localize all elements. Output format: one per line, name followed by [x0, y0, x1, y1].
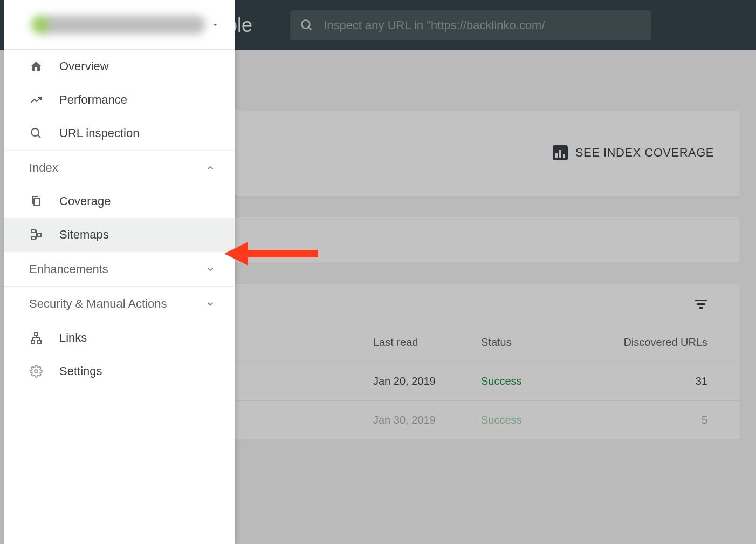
chevron-down-icon	[211, 21, 219, 29]
sidebar-item-label: Coverage	[59, 194, 111, 208]
search-icon	[300, 18, 314, 32]
section-label: Enhancements	[29, 262, 108, 276]
svg-rect-7	[38, 233, 41, 236]
sidebar-item-label: Sitemaps	[59, 228, 109, 242]
property-selector[interactable]	[4, 0, 235, 50]
cell-discovered: 31	[589, 375, 707, 387]
cell-discovered: 5	[589, 414, 707, 426]
sidebar-item-overview[interactable]: Overview	[4, 50, 235, 83]
url-inspect-search[interactable]	[290, 10, 651, 40]
svg-point-2	[31, 128, 39, 136]
svg-rect-8	[35, 332, 38, 335]
chevron-down-icon	[205, 299, 215, 309]
section-security[interactable]: Security & Manual Actions	[4, 286, 235, 321]
sidebar-item-sitemaps[interactable]: Sitemaps	[4, 218, 235, 251]
search-icon	[29, 127, 43, 140]
sidebar-item-coverage[interactable]: Coverage	[4, 185, 235, 218]
svg-point-11	[35, 370, 38, 373]
filter-icon[interactable]	[695, 300, 707, 309]
col-last-read: Last read	[373, 336, 481, 349]
sidebar-item-performance[interactable]: Performance	[4, 83, 235, 117]
sidebar-item-label: Links	[59, 331, 87, 345]
svg-line-1	[308, 27, 311, 30]
col-discovered: Discovered URLs	[589, 336, 707, 349]
links-tree-icon	[29, 331, 43, 344]
cell-last-read: Jan 30, 2019	[373, 414, 481, 426]
bar-chart-icon	[553, 145, 568, 160]
chevron-down-icon	[205, 264, 215, 274]
section-enhancements[interactable]: Enhancements	[4, 251, 235, 286]
chevron-up-icon	[205, 163, 215, 173]
see-index-coverage-button[interactable]: SEE INDEX COVERAGE	[553, 145, 714, 160]
sidebar-item-settings[interactable]: Settings	[4, 355, 235, 388]
search-input[interactable]	[324, 18, 642, 32]
home-icon	[29, 60, 43, 73]
svg-rect-5	[32, 230, 35, 233]
svg-rect-4	[34, 198, 40, 206]
sidebar-item-label: Overview	[59, 59, 109, 73]
svg-rect-10	[38, 341, 41, 343]
sidebar-item-label: URL inspection	[59, 126, 139, 140]
sidebar-item-links[interactable]: Links	[4, 321, 235, 355]
svg-rect-6	[32, 237, 35, 240]
gear-icon	[29, 365, 43, 378]
trend-up-icon	[29, 93, 43, 106]
col-status: Status	[481, 336, 589, 349]
svg-point-0	[301, 20, 310, 28]
cell-last-read: Jan 20, 2019	[373, 375, 481, 387]
section-index[interactable]: Index	[4, 150, 235, 185]
svg-rect-9	[31, 341, 35, 343]
property-name-blurred	[31, 16, 205, 34]
section-label: Index	[29, 161, 58, 175]
see-coverage-label: SEE INDEX COVERAGE	[575, 146, 714, 160]
section-label: Security & Manual Actions	[29, 297, 167, 311]
sidebar-item-label: Settings	[59, 364, 102, 378]
sidebar-item-url-inspection[interactable]: URL inspection	[4, 117, 235, 150]
sidebar: Overview Performance URL inspection Inde…	[4, 0, 235, 544]
cell-status: Success	[481, 414, 589, 426]
svg-line-3	[38, 135, 40, 138]
sitemap-icon	[29, 228, 43, 241]
cell-status: Success	[481, 375, 589, 387]
sidebar-item-label: Performance	[59, 93, 127, 107]
pages-icon	[29, 195, 43, 208]
